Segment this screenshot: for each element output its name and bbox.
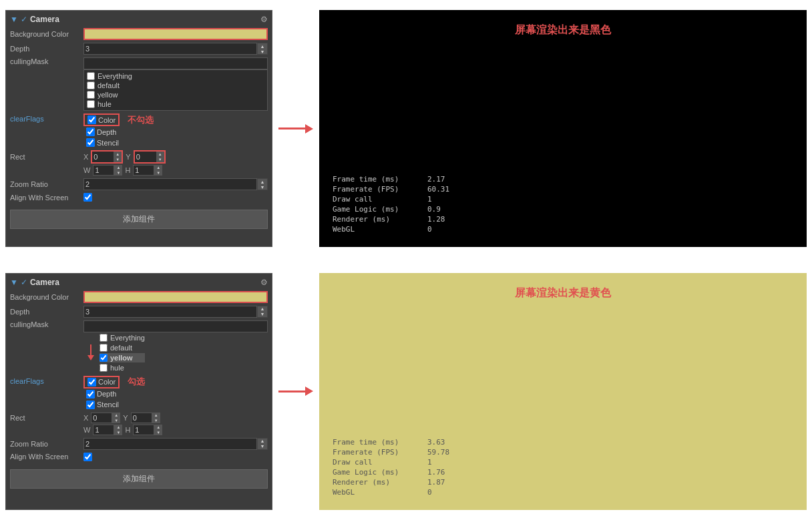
top-add-component-btn[interactable]: 添加组件: [10, 210, 268, 229]
bottom-depth-input[interactable]: [83, 306, 257, 318]
top-clearflags-row: clearFlags Color 不勾选 Depth: [10, 113, 268, 148]
top-culling-item-0[interactable]: Everything: [87, 71, 264, 81]
bottom-rect-w-up[interactable]: ▲: [114, 425, 122, 430]
top-rect-h-up[interactable]: ▲: [154, 165, 162, 170]
bottom-stencil-check[interactable]: [86, 401, 95, 409]
bottom-zoom-up[interactable]: ▲: [258, 439, 267, 444]
top-culling-dropdown[interactable]: [83, 57, 268, 69]
bottom-culling-check-1[interactable]: [99, 344, 108, 352]
bottom-culling-check-2[interactable]: [99, 354, 108, 362]
top-panel-title: Camera: [30, 15, 59, 24]
bottom-rect-h-down[interactable]: ▼: [154, 430, 162, 435]
bottom-rect-x-down[interactable]: ▼: [112, 418, 120, 423]
bottom-arrow-line: [278, 391, 305, 393]
bottom-rect-y[interactable]: [131, 413, 152, 423]
top-depth-check[interactable]: [86, 127, 95, 136]
bottom-depth-check[interactable]: [86, 390, 95, 399]
bottom-rect-y-down[interactable]: ▼: [152, 418, 160, 423]
bottom-culling-check-0[interactable]: [99, 334, 108, 342]
top-rect-row: Rect X ▲ ▼ Y ▲ ▼: [10, 150, 268, 164]
top-culling-check-3[interactable]: [87, 100, 95, 108]
bottom-panel-enabled-check[interactable]: ✓: [21, 278, 27, 287]
top-rect-x-up[interactable]: ▲: [114, 152, 122, 157]
top-culling-check-0[interactable]: [87, 72, 95, 80]
top-bg-color-row: Background Color: [10, 28, 268, 40]
top-zoom-down[interactable]: ▼: [258, 184, 267, 190]
top-culling-check-1[interactable]: [87, 81, 95, 89]
top-stat-label-4: Renderer (ms): [333, 215, 426, 224]
bottom-rect-w-down[interactable]: ▼: [114, 430, 122, 435]
top-rect-w-up[interactable]: ▲: [114, 165, 122, 170]
top-align-check[interactable]: [83, 193, 92, 202]
bottom-rect-label: Rect: [10, 414, 83, 422]
bottom-stat-val-0: 3.63: [427, 438, 467, 447]
bottom-stat-label-1: Framerate (FPS): [333, 448, 426, 457]
top-panel: ▼ ✓ Camera ⚙ Background Color Depth ▲ ▼: [5, 10, 272, 247]
top-culling-item-label-2: yellow: [97, 91, 118, 99]
top-zoom-input[interactable]: [83, 178, 257, 190]
top-depth-down[interactable]: ▼: [258, 49, 267, 54]
top-clearflags-options: Color 不勾选 Depth Stencil: [83, 113, 154, 148]
bottom-rect-y-up[interactable]: ▲: [152, 413, 160, 418]
top-rect-x[interactable]: [92, 152, 114, 162]
bottom-panel-gear-icon[interactable]: ⚙: [260, 278, 268, 287]
top-panel-gear-icon[interactable]: ⚙: [260, 15, 268, 24]
bottom-rect-h-up[interactable]: ▲: [154, 425, 162, 430]
top-stencil-check[interactable]: [86, 138, 95, 147]
bottom-bg-color-input[interactable]: [83, 291, 268, 303]
top-row: ▼ ✓ Camera ⚙ Background Color Depth ▲ ▼: [5, 5, 807, 252]
bottom-culling-item-2[interactable]: yellow: [99, 353, 145, 362]
bottom-rect-h[interactable]: [133, 425, 154, 435]
bottom-stat-label-5: WebGL: [333, 488, 426, 497]
bottom-rect-x-up[interactable]: ▲: [112, 413, 120, 418]
bottom-stats-block: Frame time (ms) 3.63 Framerate (FPS) 59.…: [333, 438, 467, 497]
bottom-add-component-btn[interactable]: 添加组件: [10, 469, 268, 489]
top-culling-item-2[interactable]: yellow: [87, 90, 264, 99]
bottom-zoom-down[interactable]: ▼: [258, 444, 267, 449]
top-rect-h[interactable]: [133, 165, 154, 176]
bottom-rect-w[interactable]: [93, 425, 114, 435]
bottom-clearflags-options: Color 勾选 Depth Stencil: [83, 376, 145, 410]
top-culling-item-1[interactable]: default: [87, 81, 264, 90]
bottom-culling-item-0[interactable]: Everything: [99, 333, 145, 342]
panel-enabled-check[interactable]: ✓: [21, 15, 27, 24]
top-rect-h-down[interactable]: ▼: [154, 170, 162, 176]
bottom-depth-up[interactable]: ▲: [258, 306, 267, 312]
bottom-culling-item-3[interactable]: hule: [99, 363, 145, 372]
top-depth-up[interactable]: ▲: [258, 43, 267, 49]
top-rect-y[interactable]: [135, 152, 156, 162]
top-bg-color-input[interactable]: [83, 28, 268, 40]
top-depth-input[interactable]: [83, 43, 257, 55]
top-clearflags-label: clearFlags: [10, 113, 83, 123]
top-stat-val-0: 2.17: [427, 175, 467, 184]
bottom-culling-arrow-icon: [86, 344, 95, 360]
bottom-bg-color-row: Background Color: [10, 291, 268, 303]
top-rect-w[interactable]: [93, 165, 114, 176]
bottom-depth-down[interactable]: ▼: [258, 312, 267, 317]
bottom-color-check[interactable]: [87, 378, 96, 386]
top-color-check[interactable]: [87, 115, 96, 124]
top-culling-check-2[interactable]: [87, 91, 95, 99]
top-rect-y-up[interactable]: ▲: [156, 152, 164, 157]
bottom-rect-row: Rect X ▲ ▼ Y ▲ ▼: [10, 413, 268, 423]
top-rect-w-down[interactable]: ▼: [114, 170, 122, 176]
top-rect-label: Rect: [10, 153, 83, 161]
bottom-panel-title: Camera: [30, 278, 59, 287]
top-rect-y-down[interactable]: ▼: [156, 157, 164, 162]
bottom-zoom-input[interactable]: [83, 438, 257, 450]
bottom-zoom-input-wrapper: ▲ ▼: [83, 438, 268, 450]
top-stencil-label: Stencil: [97, 139, 119, 147]
bottom-rect-x[interactable]: [91, 413, 112, 423]
panel-expand-icon[interactable]: ▼: [10, 15, 18, 24]
top-zoom-up[interactable]: ▲: [258, 179, 267, 184]
top-red-arrow: [278, 124, 313, 134]
section-divider: [5, 258, 807, 263]
bottom-culling-item-1[interactable]: default: [99, 343, 145, 352]
bottom-align-check[interactable]: [83, 453, 92, 461]
top-rect-x-down[interactable]: ▼: [114, 157, 122, 162]
bottom-culling-dropdown[interactable]: [83, 320, 268, 332]
bottom-panel-header-left: ▼ ✓ Camera: [10, 278, 59, 287]
bottom-panel-expand-icon[interactable]: ▼: [10, 278, 18, 287]
bottom-culling-check-3[interactable]: [99, 364, 108, 372]
top-culling-item-3[interactable]: hule: [87, 99, 264, 109]
